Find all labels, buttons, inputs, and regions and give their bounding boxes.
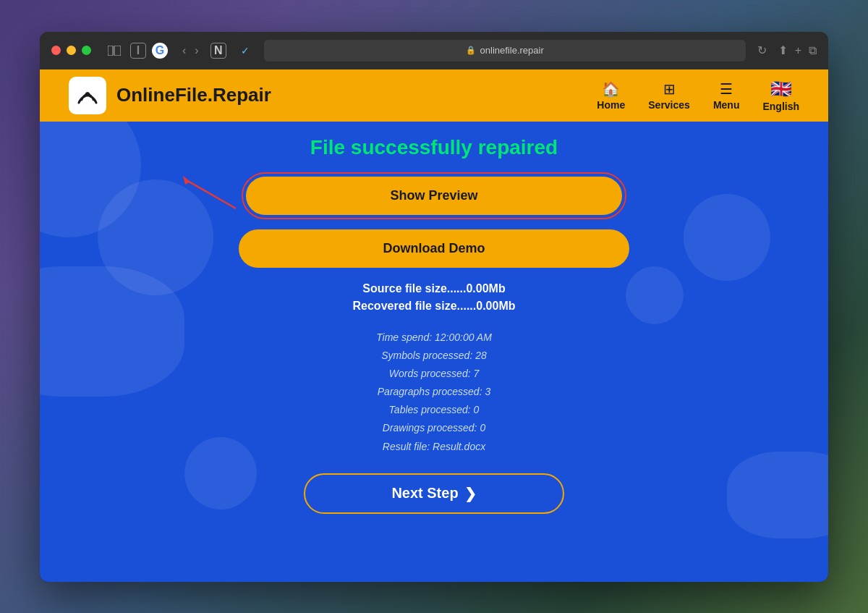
symbols-processed: Symbols processed: 28 — [376, 347, 492, 365]
address-bar[interactable]: 🔒 onlinefile.repair — [264, 40, 746, 62]
english-label: English — [762, 101, 799, 112]
website-content: OnlineFile.Repair 🏠 Home ⊞ Services ☰ Me… — [40, 69, 828, 582]
nav-bar: OnlineFile.Repair 🏠 Home ⊞ Services ☰ Me… — [40, 69, 828, 122]
toolbar-i-icon[interactable]: I — [130, 43, 146, 59]
svg-rect-0 — [108, 46, 113, 56]
nav-home[interactable]: 🏠 Home — [597, 80, 625, 111]
forward-button[interactable]: › — [192, 43, 201, 59]
blob-decoration-3 — [40, 266, 184, 397]
browser-window: I G ‹ › N ✓ 🔒 onlinefile.repair ↻ ⬆ + ⧉ — [40, 32, 828, 582]
menu-label: Menu — [713, 99, 740, 111]
recovered-file-size: Recovered file size......0.00Mb — [353, 300, 516, 313]
success-title: File successfully repaired — [310, 136, 558, 159]
file-stats: Time spend: 12:00:00 AM Symbols processe… — [376, 329, 492, 456]
nav-services[interactable]: ⊞ Services — [648, 80, 690, 111]
minimize-button[interactable] — [67, 46, 76, 55]
blob-decoration-5 — [626, 266, 684, 324]
words-processed: Words processed: 7 — [376, 365, 492, 383]
result-file: Result file: Result.docx — [376, 438, 492, 456]
menu-icon: ☰ — [720, 80, 733, 98]
services-label: Services — [648, 99, 690, 111]
main-content: File successfully repaired Show Preview … — [40, 122, 828, 582]
chevron-right-icon: ❯ — [464, 485, 477, 502]
extension-icon[interactable]: ✓ — [235, 43, 255, 58]
logo-area: OnlineFile.Repair — [69, 77, 597, 114]
url-text: onlinefile.repair — [480, 45, 544, 56]
red-arrow — [178, 176, 239, 215]
browser-actions: ⬆ + ⧉ — [778, 43, 817, 57]
drawings-processed: Drawings processed: 0 — [376, 419, 492, 437]
next-step-button[interactable]: Next Step ❯ — [304, 473, 564, 514]
back-button[interactable]: ‹ — [179, 43, 189, 59]
next-step-label: Next Step — [391, 485, 458, 502]
show-preview-wrapper: Show Preview — [242, 172, 626, 219]
maximize-button[interactable] — [82, 46, 91, 55]
new-tab-button[interactable]: + — [795, 44, 801, 57]
sidebar-icon[interactable] — [104, 43, 124, 58]
blob-decoration-6 — [727, 452, 828, 538]
home-icon: 🏠 — [602, 80, 620, 98]
svg-rect-1 — [114, 46, 121, 56]
nav-items: 🏠 Home ⊞ Services ☰ Menu 🇬🇧 English — [597, 79, 799, 112]
share-button[interactable]: ⬆ — [778, 43, 788, 57]
lock-icon: 🔒 — [466, 46, 476, 55]
flag-icon: 🇬🇧 — [770, 79, 792, 99]
nav-buttons: ‹ › — [179, 43, 202, 59]
show-preview-button[interactable]: Show Preview — [246, 177, 622, 215]
download-demo-button[interactable]: Download Demo — [239, 229, 629, 268]
nav-english[interactable]: 🇬🇧 English — [762, 79, 799, 112]
svg-line-2 — [185, 179, 236, 208]
svg-marker-3 — [183, 176, 190, 185]
tables-processed: Tables processed: 0 — [376, 401, 492, 419]
home-label: Home — [597, 99, 625, 111]
file-info: Source file size......0.00Mb Recovered f… — [353, 282, 516, 317]
traffic-lights — [51, 46, 91, 55]
toolbar-g-icon[interactable]: G — [152, 43, 168, 59]
logo-icon — [69, 77, 106, 114]
time-spend: Time spend: 12:00:00 AM — [376, 329, 492, 347]
browser-toolbar-icons: I G — [104, 43, 168, 59]
close-button[interactable] — [51, 46, 61, 55]
services-icon: ⊞ — [663, 80, 676, 98]
tabs-button[interactable]: ⧉ — [809, 44, 817, 57]
source-file-size: Source file size......0.00Mb — [353, 282, 516, 295]
paragraphs-processed: Paragraphs processed: 3 — [376, 383, 492, 401]
blob-decoration-4 — [684, 194, 770, 281]
blob-decoration-7 — [184, 437, 257, 510]
nav-menu[interactable]: ☰ Menu — [713, 80, 740, 111]
browser-chrome: I G ‹ › N ✓ 🔒 onlinefile.repair ↻ ⬆ + ⧉ — [40, 32, 828, 69]
notion-icon[interactable]: N — [210, 43, 226, 59]
logo-text: OnlineFile.Repair — [116, 84, 271, 106]
show-preview-highlight: Show Preview — [242, 172, 626, 219]
reload-button[interactable]: ↻ — [757, 43, 767, 57]
